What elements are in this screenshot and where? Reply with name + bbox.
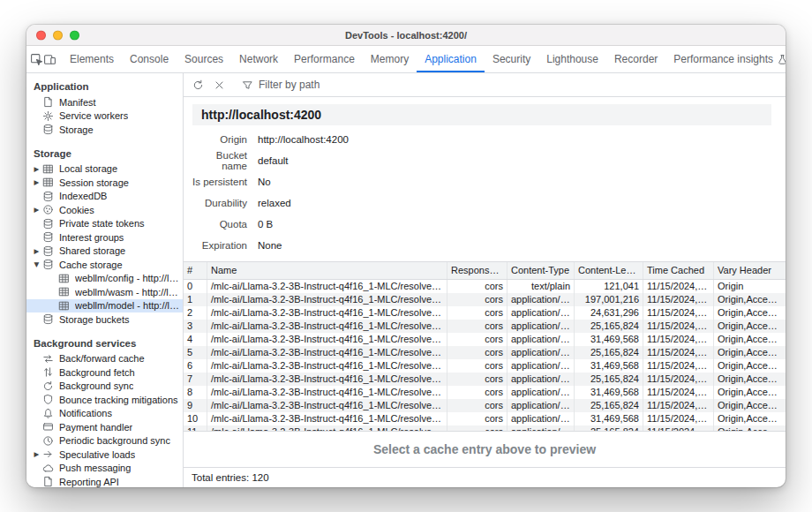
database-icon — [41, 191, 55, 202]
tab-performance[interactable]: Performance — [286, 46, 363, 72]
cache-entry-row[interactable]: 0 /mlc-ai/Llama-3.2-3B-Instruct-q4f16_1-… — [184, 280, 786, 293]
cache-entry-row[interactable]: 11 /mlc-ai/Llama-3.2-3B-Instruct-q4f16_1… — [184, 425, 786, 432]
chevron-right-icon[interactable] — [32, 206, 41, 214]
cache-entry-row[interactable]: 8 /mlc-ai/Llama-3.2-3B-Instruct-q4f16_1-… — [184, 386, 786, 399]
filter-by-path-input[interactable]: Filter by path — [238, 79, 323, 91]
column-header-index[interactable]: # — [184, 262, 207, 279]
inspect-cursor-icon — [30, 53, 43, 66]
sidebar-item-service-workers[interactable]: Service workers — [26, 109, 183, 124]
sidebar-item-periodic-background-sync[interactable]: Periodic background sync — [26, 434, 183, 448]
tab-recorder[interactable]: Recorder — [606, 46, 665, 72]
cell-content-type: application/oc… — [507, 399, 574, 412]
chevron-down-icon[interactable] — [32, 260, 41, 268]
tab-network[interactable]: Network — [231, 46, 286, 72]
cell-name: /mlc-ai/Llama-3.2-3B-Instruct-q4f16_1-ML… — [207, 293, 447, 306]
cell-index: 2 — [184, 306, 207, 320]
sidebar-item-label: Manifest — [59, 97, 96, 108]
sidebar-item-private-state-tokens[interactable]: Private state tokens — [26, 217, 183, 231]
cache-entry-row[interactable]: 7 /mlc-ai/Llama-3.2-3B-Instruct-q4f16_1-… — [184, 373, 786, 386]
cache-entry-row[interactable]: 1 /mlc-ai/Llama-3.2-3B-Instruct-q4f16_1-… — [184, 293, 786, 306]
cache-entry-row[interactable]: 10 /mlc-ai/Llama-3.2-3B-Instruct-q4f16_1… — [184, 412, 786, 425]
chevron-right-icon[interactable] — [32, 178, 41, 186]
cell-content-length: 25,165,824 — [574, 373, 643, 386]
cache-entry-row[interactable]: 3 /mlc-ai/Llama-3.2-3B-Instruct-q4f16_1-… — [184, 320, 786, 333]
sidebar-item-background-sync[interactable]: Background sync — [26, 380, 183, 394]
column-header-name[interactable]: Name — [207, 262, 447, 279]
cell-time-cached: 11/15/2024, 10… — [643, 399, 713, 412]
toggle-device-toolbar-button[interactable] — [43, 46, 56, 72]
sidebar-item-label: Storage buckets — [59, 314, 130, 325]
x-icon — [214, 79, 225, 91]
sidebar-item-notifications[interactable]: Notifications — [26, 407, 183, 421]
sidebar-item-cookies[interactable]: Cookies — [26, 203, 183, 217]
sidebar-item-reporting-api[interactable]: Reporting API — [26, 475, 183, 487]
column-header-content-type[interactable]: Content-Type — [507, 262, 574, 279]
zoom-button[interactable] — [70, 30, 79, 40]
inspect-element-button[interactable] — [30, 46, 43, 72]
tab-elements[interactable]: Elements — [62, 46, 122, 72]
cell-response-type: cors — [447, 399, 507, 412]
tab-performance-insights[interactable]: Performance insights — [665, 46, 786, 72]
sidebar-item-storage-buckets[interactable]: Storage buckets — [26, 312, 183, 327]
sidebar-item-session-storage[interactable]: Session storage — [26, 176, 183, 190]
sidebar-item-indexeddb[interactable]: IndexedDB — [26, 190, 183, 204]
arrow-right-icon — [41, 448, 55, 460]
sidebar-item-cache-webllm-config[interactable]: webllm/config - http://loc… — [26, 272, 183, 286]
sidebar-item-push-messaging[interactable]: Push messaging — [26, 462, 183, 476]
delete-selected-button[interactable] — [209, 75, 229, 94]
column-header-vary-header[interactable]: Vary Header — [713, 262, 786, 279]
column-header-content-length[interactable]: Content-Length — [574, 262, 643, 279]
tab-security[interactable]: Security — [485, 46, 538, 72]
tab-memory[interactable]: Memory — [363, 46, 417, 72]
sidebar-item-cache-webllm-model[interactable]: webllm/model - http://loc… — [26, 299, 183, 313]
cell-index: 4 — [184, 333, 207, 346]
sidebar-item-speculative-loads[interactable]: Speculative loads — [26, 448, 183, 462]
cache-entry-row[interactable]: 5 /mlc-ai/Llama-3.2-3B-Instruct-q4f16_1-… — [184, 346, 786, 359]
tab-application[interactable]: Application — [417, 46, 485, 72]
chevron-right-icon[interactable] — [32, 165, 41, 173]
cache-toolbar: Filter by path — [184, 73, 786, 97]
tab-sources[interactable]: Sources — [177, 46, 231, 72]
device-toolbar-icon — [43, 53, 56, 66]
tab-console[interactable]: Console — [122, 46, 177, 72]
sidebar-item-background-fetch[interactable]: Background fetch — [26, 365, 183, 380]
cell-vary-header: Origin,Access… — [713, 306, 786, 320]
database-icon — [41, 245, 55, 257]
cache-entry-row[interactable]: 6 /mlc-ai/Llama-3.2-3B-Instruct-q4f16_1-… — [184, 359, 786, 373]
cell-vary-header: Origin — [713, 280, 786, 293]
cell-name: /mlc-ai/Llama-3.2-3B-Instruct-q4f16_1-ML… — [207, 320, 447, 333]
cell-content-length: 25,165,824 — [574, 346, 643, 359]
sidebar-item-local-storage[interactable]: Local storage — [26, 162, 183, 177]
cell-content-length: 197,001,216 — [574, 293, 643, 306]
sidebar-item-shared-storage[interactable]: Shared storage — [26, 245, 183, 259]
sidebar-item-label: Reporting API — [59, 477, 119, 487]
sidebar-item-manifest[interactable]: Manifest — [26, 95, 183, 109]
sidebar-item-storage[interactable]: Storage — [26, 123, 183, 137]
minimize-button[interactable] — [53, 30, 63, 40]
close-button[interactable] — [36, 30, 46, 40]
sidebar-item-cache-storage[interactable]: Cache storage — [26, 258, 183, 272]
sidebar-item-payment-handler[interactable]: Payment handler — [26, 420, 183, 434]
file-icon — [41, 96, 55, 108]
sidebar-item-bounce-tracking-mitigations[interactable]: Bounce tracking mitigations — [26, 393, 183, 407]
sidebar-item-interest-groups[interactable]: Interest groups — [26, 230, 183, 245]
sidebar-item-back-forward-cache[interactable]: Back/forward cache — [26, 352, 183, 366]
cookie-icon — [41, 204, 55, 215]
cache-meta-list: Origin http://localhost:4200 Bucket name… — [191, 129, 773, 256]
column-header-time-cached[interactable]: Time Cached — [643, 262, 713, 279]
cache-entry-row[interactable]: 9 /mlc-ai/Llama-3.2-3B-Instruct-q4f16_1-… — [184, 399, 786, 412]
column-header-response-type[interactable]: Response-Type — [447, 262, 507, 279]
meta-value: 0 B — [258, 219, 273, 230]
sidebar-item-cache-webllm-wasm[interactable]: webllm/wasm - http://loca… — [26, 285, 183, 299]
cell-vary-header: Origin,Access… — [713, 386, 786, 399]
chevron-right-icon[interactable] — [32, 450, 41, 458]
cell-response-type: cors — [447, 306, 507, 320]
table-icon — [57, 300, 71, 312]
cache-meta-row: Quota 0 B — [191, 214, 773, 235]
chevron-right-icon[interactable] — [32, 247, 41, 255]
devtools-tabbar: Elements Console Sources Network Perform… — [26, 46, 786, 73]
refresh-button[interactable] — [188, 75, 207, 94]
cache-entry-row[interactable]: 4 /mlc-ai/Llama-3.2-3B-Instruct-q4f16_1-… — [184, 333, 786, 346]
tab-lighthouse[interactable]: Lighthouse — [538, 46, 606, 72]
cache-entry-row[interactable]: 2 /mlc-ai/Llama-3.2-3B-Instruct-q4f16_1-… — [184, 306, 786, 320]
